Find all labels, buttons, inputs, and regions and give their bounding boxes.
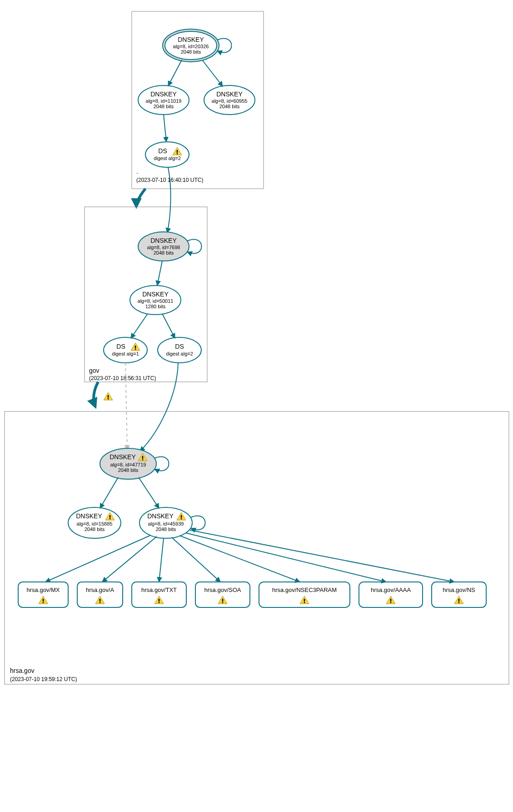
- node-root-zsk2-sub1: alg=8, id=60955: [212, 98, 248, 104]
- zone-root-name: .: [136, 168, 138, 175]
- node-root-zsk1-sub1: alg=8, id=11019: [146, 98, 182, 104]
- node-gov-ds1-sub1: digest alg=1: [112, 351, 139, 356]
- delegation-gov-hrsa: [94, 382, 98, 407]
- node-hrsa-zsk1[interactable]: DNSKEY alg=8, id=15885 2048 bits: [68, 507, 121, 538]
- warning-icon: [104, 392, 113, 400]
- svg-point-7: [145, 142, 189, 167]
- rr-mx-label: hrsa.gov/MX: [27, 586, 60, 593]
- rr-txt[interactable]: hrsa.gov/TXT: [132, 582, 186, 607]
- rr-aaaa[interactable]: hrsa.gov/AAAA: [359, 582, 423, 607]
- edge-zsk2-nsec3: [179, 536, 300, 582]
- rr-a-label: hrsa.gov/A: [86, 586, 114, 593]
- node-hrsa-zsk1-sub2: 2048 bits: [85, 526, 105, 532]
- node-gov-zsk-sub1: alg=8, id=50011: [138, 298, 174, 304]
- node-root-ds[interactable]: DS digest alg=2: [145, 142, 189, 167]
- edge-zsk2-mx: [45, 536, 150, 582]
- node-hrsa-zsk1-title: DNSKEY: [76, 512, 102, 520]
- edge-zsk2-txt: [159, 538, 164, 582]
- zone-gov-timestamp: (2023-07-10 18:56:31 UTC): [89, 375, 156, 381]
- rr-aaaa-label: hrsa.gov/AAAA: [371, 586, 411, 593]
- node-gov-ds2[interactable]: DS digest alg=2: [158, 337, 201, 363]
- edge-rootzsk1-ds: [164, 115, 166, 142]
- selfloop-hrsa-zsk2: [191, 516, 205, 530]
- node-gov-zsk-sub2: 1280 bits: [145, 304, 166, 309]
- node-gov-zsk-title: DNSKEY: [142, 291, 169, 298]
- edge-hrsaksk-zsk2: [139, 477, 159, 508]
- rr-nsec3param[interactable]: hrsa.gov/NSEC3PARAM: [259, 582, 350, 607]
- rr-mx[interactable]: hrsa.gov/MX: [18, 582, 68, 607]
- node-root-zsk2-title: DNSKEY: [216, 90, 243, 98]
- node-root-zsk2-sub2: 2048 bits: [219, 104, 240, 109]
- svg-point-12: [158, 337, 201, 363]
- edge-zsk2-a: [102, 536, 157, 582]
- node-hrsa-zsk1-sub1: alg=8, id=15885: [77, 521, 113, 526]
- node-root-zsk1-sub2: 2048 bits: [154, 104, 174, 109]
- edge-govzsk-ds2: [162, 314, 175, 338]
- rr-soa-label: hrsa.gov/SOA: [204, 586, 241, 593]
- node-root-ksk[interactable]: DNSKEY alg=8, id=20326 2048 bits: [163, 29, 219, 62]
- zone-hrsa-name: hrsa.gov: [10, 667, 35, 674]
- node-root-ksk-sub2: 2048 bits: [181, 49, 201, 55]
- edge-hrsaksk-zsk1: [100, 477, 118, 508]
- node-hrsa-ksk-title: DNSKEY: [110, 453, 136, 461]
- rr-ns-label: hrsa.gov/NS: [443, 586, 475, 593]
- node-root-ksk-title: DNSKEY: [178, 36, 204, 43]
- delegation-root-gov: [136, 189, 145, 207]
- zone-gov-name: gov: [89, 367, 100, 374]
- rr-soa[interactable]: hrsa.gov/SOA: [195, 582, 250, 607]
- node-hrsa-zsk2-sub2: 2048 bits: [156, 526, 176, 532]
- svg-rect-13: [5, 411, 509, 684]
- rr-a[interactable]: hrsa.gov/A: [77, 582, 123, 607]
- node-gov-zsk[interactable]: DNSKEY alg=8, id=50011 1280 bits: [130, 286, 181, 315]
- zone-hrsa: hrsa.gov (2023-07-10 19:59:12 UTC): [5, 411, 509, 684]
- edge-zsk2-soa: [172, 537, 220, 582]
- node-root-ds-sub1: digest alg=2: [154, 155, 181, 161]
- rr-txt-label: hrsa.gov/TXT: [141, 586, 177, 593]
- node-root-zsk2[interactable]: DNSKEY alg=8, id=60955 2048 bits: [204, 85, 255, 115]
- edge-govksk-govzsk: [157, 261, 162, 286]
- node-root-zsk1[interactable]: DNSKEY alg=8, id=11019 2048 bits: [138, 85, 189, 115]
- node-hrsa-ksk-sub2: 2048 bits: [118, 467, 139, 473]
- edge-rootksk-zsk1: [168, 60, 182, 86]
- node-gov-ds1-title: DS: [116, 343, 125, 350]
- rr-nsec3-label: hrsa.gov/NSEC3PARAM: [272, 586, 337, 593]
- node-gov-ksk-title: DNSKEY: [150, 237, 177, 244]
- node-gov-ds2-title: DS: [175, 343, 184, 350]
- node-hrsa-ksk[interactable]: DNSKEY alg=8, id=47719 2048 bits: [100, 448, 156, 479]
- node-gov-ksk[interactable]: DNSKEY alg=8, id=7698 2048 bits: [138, 232, 189, 261]
- node-hrsa-ksk-sub1: alg=8, id=47719: [110, 462, 146, 467]
- node-gov-ksk-sub1: alg=8, id=7698: [147, 245, 180, 250]
- node-gov-ksk-sub2: 2048 bits: [154, 250, 174, 256]
- node-hrsa-zsk2[interactable]: DNSKEY alg=8, id=45939 2048 bits: [139, 507, 192, 538]
- node-hrsa-zsk2-title: DNSKEY: [147, 512, 174, 520]
- svg-point-11: [104, 337, 147, 363]
- rr-ns[interactable]: hrsa.gov/NS: [432, 582, 486, 607]
- node-gov-ds1[interactable]: DS digest alg=1: [104, 337, 147, 363]
- edge-rootksk-zsk2: [202, 60, 223, 86]
- zone-hrsa-timestamp: (2023-07-10 19:59:12 UTC): [10, 676, 77, 682]
- node-root-zsk1-title: DNSKEY: [150, 90, 177, 98]
- node-gov-ds2-sub1: digest alg=2: [166, 351, 193, 356]
- node-root-ksk-sub1: alg=8, id=20326: [173, 44, 209, 49]
- edge-zsk2-aaaa: [185, 533, 386, 582]
- node-root-ds-title: DS: [158, 147, 167, 155]
- edge-govzsk-ds1: [131, 314, 148, 338]
- edge-zsk2-ns: [190, 530, 454, 582]
- node-hrsa-zsk2-sub1: alg=8, id=45939: [148, 521, 184, 526]
